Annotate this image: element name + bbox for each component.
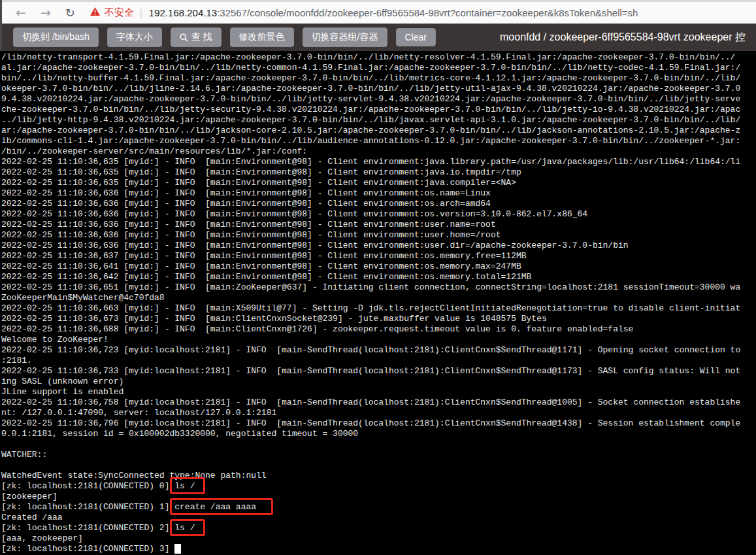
warning-triangle-icon[interactable] — [90, 7, 101, 19]
terminal-line: [zookeeper] — [1, 492, 756, 502]
zk-prompt: [zk: localhost:2181(CONNECTED) 0] — [1, 481, 174, 491]
window-edge — [0, 0, 2, 51]
terminal-line: ../lib/jetty-http-9.4.38.v20210224.jar:/… — [1, 115, 756, 126]
terminal-line — [1, 439, 756, 450]
terminal-line: 2022-02-25 11:10:36,636 [myid:] - INFO [… — [1, 209, 756, 220]
annotated-command: ls / — [174, 481, 195, 491]
terminal-line: 2022-02-25 11:10:36,688 [myid:] - INFO [… — [1, 324, 756, 335]
toolbar-button-fg-color[interactable]: 修改前景色 — [230, 27, 294, 47]
terminal-line: /lib/netty-transport-4.1.59.Final.jar:/a… — [1, 52, 756, 63]
toolbar-button-clear[interactable]: Clear — [396, 28, 436, 46]
toolbar-button-switch-container[interactable]: 切换容器组/容器 — [303, 27, 387, 47]
terminal-line: :2181. — [1, 356, 756, 366]
terminal-line: JLine support is enabled — [1, 387, 756, 397]
terminal-line: 2022-02-25 11:10:36,758 [myid:localhost:… — [1, 397, 756, 408]
terminal-line: 2022-02-25 11:10:36,673 [myid:] - INFO [… — [1, 314, 756, 324]
terminal-line: 9.4.38.v20210224.jar:/apache-zookeeper-3… — [1, 94, 756, 105]
terminal-line: 2022-02-25 11:10:36,796 [myid:localhost:… — [1, 418, 756, 429]
terminal-line: Welcome to ZooKeeper! — [1, 335, 756, 345]
terminal-line: 2022-02-25 11:10:36,637 [myid:] - INFO [… — [1, 251, 756, 261]
url-path: :32567/console/moonfdd/zookeeper-6ff9565… — [217, 7, 638, 18]
address-separator: | — [140, 7, 142, 18]
terminal-line: 2022-02-25 11:10:36,663 [myid:] - INFO [… — [1, 303, 756, 314]
terminal-line — [1, 460, 756, 471]
terminal-line: /bin/../zookeeper-server/src/main/resour… — [1, 146, 756, 157]
terminal-line: ar:/apache-zookeeper-3.7.0-bin/bin/../li… — [1, 126, 756, 136]
terminal-line: 2022-02-25 11:10:36,636 [myid:] - INFO [… — [1, 230, 756, 241]
toolbar-button-find-label: 查 找 — [191, 31, 212, 43]
terminal-line: [zk: localhost:2181(CONNECTED) 0] ls / — [1, 481, 756, 492]
url-text[interactable]: 192.168.204.13:32567/console/moonfdd/zoo… — [149, 7, 638, 18]
terminal-line: Created /aaa — [1, 513, 756, 523]
annotated-command: ls / — [174, 523, 195, 533]
terminal-output[interactable]: /lib/netty-transport-4.1.59.Final.jar:/a… — [0, 51, 756, 555]
zk-prompt: [zk: localhost:2181(CONNECTED) 3] — [1, 544, 174, 554]
forward-icon[interactable]: → — [41, 7, 51, 19]
toolbar-button-font-size[interactable]: 字体大小 — [107, 27, 162, 47]
terminal-line: 2022-02-25 11:10:36,636 [myid:] - INFO [… — [1, 188, 756, 199]
terminal-line: 2022-02-25 11:10:36,723 [myid:localhost:… — [1, 345, 756, 356]
terminal-line: 2022-02-25 11:10:36,636 [myid:] - INFO [… — [1, 241, 756, 251]
terminal-line: [zk: localhost:2181(CONNECTED) 3] — [1, 544, 756, 554]
terminal-line: 2022-02-25 11:10:36,642 [myid:] - INFO [… — [1, 272, 756, 282]
zk-prompt: [zk: localhost:2181(CONNECTED) 1] — [1, 502, 174, 512]
terminal-line: ib/commons-cli-1.4.jar:/apache-zookeeper… — [1, 136, 756, 146]
terminal-line: al.jar:/apache-zookeeper-3.7.0-bin/bin/.… — [1, 63, 756, 73]
search-icon — [180, 33, 188, 42]
toolbar-button-find[interactable]: 查 找 — [171, 27, 222, 47]
terminal-line: ing SASL (unknown error) — [1, 377, 756, 387]
terminal-line: [aaa, zookeeper] — [1, 533, 756, 544]
console-toolbar: 切换到 /bin/bash 字体大小 查 找 修改前景色 切换容器组/容器 Cl… — [0, 24, 756, 51]
terminal-cursor[interactable] — [174, 544, 181, 554]
terminal-line: 0.0.1:2181, session id = 0x100002db33200… — [1, 429, 756, 439]
terminal-line: [zk: localhost:2181(CONNECTED) 2] ls / — [1, 523, 756, 533]
terminal-line: che-zookeeper-3.7.0-bin/bin/../lib/jetty… — [1, 105, 756, 115]
terminal-line: 2022-02-25 11:10:36,635 [myid:] - INFO [… — [1, 178, 756, 188]
annotated-command: create /aaa aaaa — [174, 502, 256, 512]
back-icon[interactable]: ← — [16, 7, 26, 19]
terminal-line: WatchedEvent state:SyncConnected type:No… — [1, 471, 756, 481]
terminal-line: 2022-02-25 11:10:36,635 [myid:] - INFO [… — [1, 157, 756, 167]
terminal-line: 2022-02-25 11:10:36,636 [myid:] - INFO [… — [1, 199, 756, 209]
reload-icon[interactable]: ↻ — [65, 7, 75, 19]
terminal-line: 2022-02-25 11:10:36,641 [myid:] - INFO [… — [1, 261, 756, 272]
terminal-line: bin/../lib/netty-buffer-4.1.59.Final.jar… — [1, 73, 756, 84]
url-host: 192.168.204.13 — [149, 7, 217, 18]
terminal-line: 2022-02-25 11:10:36,635 [myid:] - INFO [… — [1, 167, 756, 178]
terminal-line: 2022-02-25 11:10:36,636 [myid:] - INFO [… — [1, 220, 756, 230]
browser-address-bar: ← → ↻ 不安全 | 192.168.204.13:32567/console… — [0, 2, 756, 24]
zk-prompt: [zk: localhost:2181(CONNECTED) 2] — [1, 523, 174, 533]
terminal-line: ZooKeeperMain$MyWatcher@4c70fda8 — [1, 293, 756, 303]
terminal-line: okeeper-3.7.0-bin/bin/../lib/jline-2.14.… — [1, 84, 756, 94]
console-title: moonfdd / zookeeper-6ff9565584-98vrt zoo… — [500, 31, 746, 44]
terminal-line: 2022-02-25 11:10:36,733 [myid:localhost:… — [1, 366, 756, 377]
terminal-line: nt: /127.0.0.1:47090, server: localhost/… — [1, 408, 756, 418]
toolbar-button-switch-bash[interactable]: 切换到 /bin/bash — [13, 27, 99, 47]
not-secure-badge[interactable]: 不安全 — [105, 7, 134, 19]
terminal-line: WATCHER:: — [1, 450, 756, 460]
terminal-line: 2022-02-25 11:10:36,651 [myid:] - INFO [… — [1, 282, 756, 293]
terminal-line: [zk: localhost:2181(CONNECTED) 1] create… — [1, 502, 756, 513]
